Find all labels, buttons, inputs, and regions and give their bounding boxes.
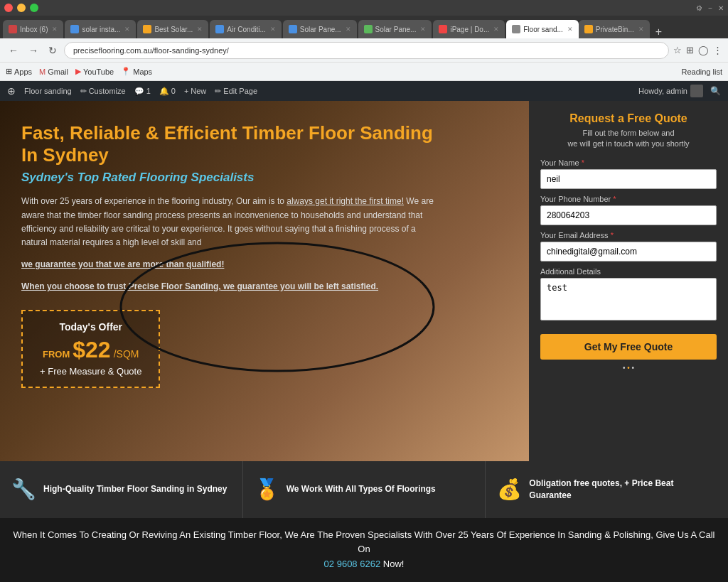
tab-close-gmail[interactable]: ✕ [52, 26, 58, 33]
wp-new-label: New [191, 87, 206, 95]
hero-p1-text: With over 25 years of experience in the … [21, 196, 287, 206]
comment-icon: 💬 [134, 87, 144, 96]
submit-btn[interactable]: Get My Free Quote [540, 334, 717, 360]
tab-google[interactable]: solar insta... ✕ [65, 20, 136, 38]
wp-zero-count: 0 [171, 87, 176, 95]
tab-close-solar2[interactable]: ✕ [346, 26, 351, 33]
tab-close-solar3[interactable]: ✕ [420, 26, 426, 33]
email-label: Your Email Address * [540, 231, 717, 239]
close-btn[interactable] [4, 4, 13, 12]
footer-phone-suffix: Now! [383, 559, 405, 569]
maps-bookmark-icon: 📍 [121, 67, 131, 76]
feature-item-1: 🔧 High-Quality Timber Floor Sanding in S… [0, 461, 243, 518]
tab-aircon[interactable]: Air Conditi... ✕ [210, 20, 281, 38]
reading-list-item[interactable]: Reading list [682, 68, 722, 76]
address-bar[interactable] [64, 42, 669, 59]
tab-close-google[interactable]: ✕ [124, 26, 130, 33]
phone-input[interactable] [540, 205, 717, 225]
dot1: • [623, 364, 626, 372]
settings-icon[interactable]: ⚙ [696, 4, 702, 12]
wp-howdy[interactable]: Howdy, admin [638, 85, 703, 97]
close-icon[interactable]: ✕ [718, 4, 724, 12]
email-input[interactable] [540, 242, 717, 262]
star-icon[interactable]: ☆ [673, 45, 682, 55]
new-tab-btn[interactable]: + [651, 26, 666, 38]
reload-btn[interactable]: ↻ [46, 43, 60, 58]
hero-bold-guarantee: we guarantee you that we are more than q… [21, 258, 434, 271]
wp-admin-left: ⊕ Floor sanding ✏ Customize 💬 1 🔔 0 + Ne… [7, 85, 257, 97]
medal-icon: 🏅 [255, 478, 279, 501]
solar3-favicon [364, 25, 373, 33]
address-row: ← → ↻ ☆ ⊞ ◯ ⋮ [0, 38, 728, 63]
tab-solar2[interactable]: Solar Pane... ✕ [283, 20, 357, 38]
feature-text-2: We Work With All Types Of Floorings [287, 483, 436, 495]
tab-floorsand[interactable]: Floor sand... ✕ [506, 20, 579, 38]
offer-box: Today's Offer FROM $22 /SQM + Free Measu… [21, 310, 160, 388]
wp-customize-label: Customize [89, 87, 126, 95]
wp-customize-icon: ✏ [80, 87, 87, 96]
wp-comments[interactable]: 💬 1 [134, 87, 151, 96]
name-input[interactable] [540, 169, 717, 189]
youtube-bookmark-icon: ▶ [75, 67, 81, 76]
back-btn[interactable]: ← [6, 43, 21, 58]
maximize-btn[interactable] [30, 4, 38, 12]
tabs-bar: Inbox (6) ✕ solar insta... ✕ Best Solar.… [0, 16, 728, 38]
minimize-icon[interactable]: − [708, 4, 712, 12]
name-required: * [582, 158, 584, 167]
tab-close-aircon[interactable]: ✕ [270, 26, 276, 33]
page-content: Fast, Reliable & Efficient Timber Floor … [0, 101, 728, 582]
reading-list-label: Reading list [682, 68, 722, 76]
wp-site-name-label: Floor sanding [24, 87, 72, 95]
forward-btn[interactable]: → [26, 43, 41, 58]
wp-new-item[interactable]: + New [184, 87, 206, 95]
hero-subtitle: Sydney's Top Rated Flooring Specialists [21, 171, 434, 185]
tab-close-ipage[interactable]: ✕ [493, 26, 499, 33]
tab-close-privatebin[interactable]: ✕ [638, 26, 644, 33]
bookmark-maps[interactable]: 📍 Maps [121, 67, 152, 76]
offer-sub: + Free Measure & Quote [40, 366, 141, 377]
feature-text-1: High-Quality Timber Floor Sanding in Syd… [43, 483, 227, 495]
footer-main-text: When It Comes To Creating Or Reviving An… [13, 529, 714, 555]
aircon-favicon [215, 25, 224, 33]
bookmark-youtube-label: YouTube [83, 68, 114, 76]
wp-logo-item[interactable]: ⊕ [7, 85, 16, 97]
footer-phone[interactable]: 02 9608 6262 [324, 559, 381, 569]
minimize-btn[interactable] [17, 4, 26, 12]
hero-paragraph1: With over 25 years of experience in the … [21, 195, 434, 249]
edit-icon: ✏ [215, 87, 221, 96]
feature-item-2: 🏅 We Work With All Types Of Floorings [243, 461, 486, 518]
details-group: Additional Details test [540, 267, 717, 323]
tools-icon: 🔧 [11, 478, 36, 501]
tab-solar2-label: Solar Pane... [300, 26, 341, 33]
wp-site-name[interactable]: Floor sanding [24, 87, 72, 95]
tab-solar3[interactable]: Solar Pane... ✕ [358, 20, 432, 38]
bookmark-gmail[interactable]: M Gmail [39, 68, 68, 76]
hero-section: Fast, Reliable & Efficient Timber Floor … [0, 101, 728, 461]
tab-google-label: solar insta... [82, 26, 120, 33]
tab-solar1[interactable]: Best Solar... ✕ [137, 20, 208, 38]
extensions-icon[interactable]: ⊞ [686, 45, 694, 55]
gmail-bookmark-icon: M [39, 68, 46, 76]
wp-zero[interactable]: 🔔 0 [159, 87, 176, 96]
email-group: Your Email Address * [540, 231, 717, 262]
hero-text-content: Fast, Reliable & Efficient Timber Floor … [21, 122, 434, 388]
privatebin-favicon [584, 25, 593, 33]
bookmark-youtube[interactable]: ▶ YouTube [75, 67, 114, 76]
wp-edit-label: Edit Page [223, 87, 257, 95]
wp-customize[interactable]: ✏ Customize [80, 87, 126, 96]
tab-ipage[interactable]: iPage | Do... ✕ [433, 20, 505, 38]
tab-gmail[interactable]: Inbox (6) ✕ [3, 20, 63, 38]
wp-avatar [690, 85, 703, 97]
wp-search-icon[interactable]: 🔍 [710, 86, 721, 96]
bookmark-apps[interactable]: ⊞ Apps [6, 67, 32, 76]
details-textarea[interactable]: test [540, 278, 717, 320]
tab-privatebin[interactable]: PrivateBin... ✕ [579, 20, 650, 38]
tab-close-floorsand[interactable]: ✕ [567, 26, 573, 33]
wp-edit-page[interactable]: ✏ Edit Page [215, 87, 257, 96]
menu-icon[interactable]: ⋮ [713, 45, 722, 55]
profile-icon[interactable]: ◯ [698, 45, 709, 55]
form-progress-dots: • • • [540, 364, 717, 372]
google-favicon [70, 25, 79, 33]
tab-close-solar1[interactable]: ✕ [197, 26, 203, 33]
wp-howdy-text: Howdy, admin [638, 87, 687, 95]
